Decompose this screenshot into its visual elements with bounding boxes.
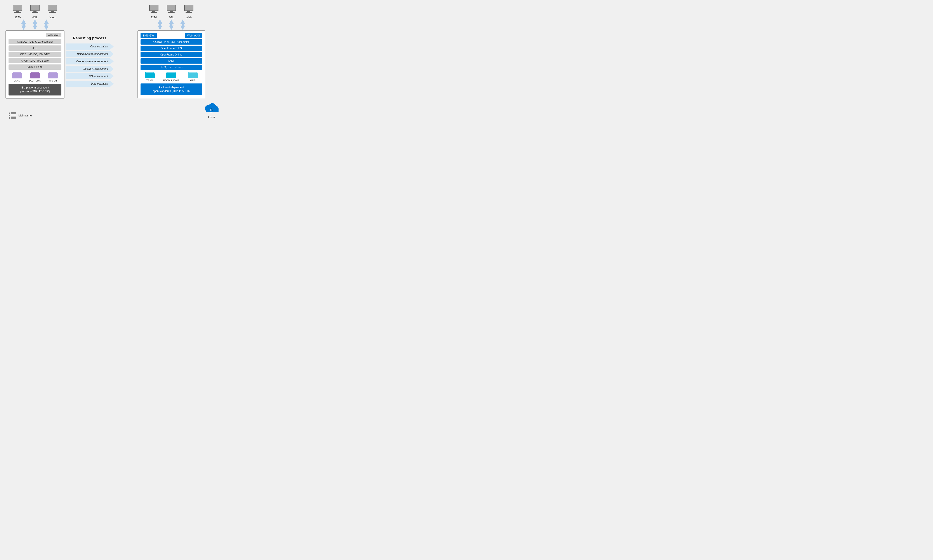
server-dot (9, 117, 10, 118)
step-label-batch: Batch system replacement (66, 51, 110, 57)
arrow-up-icon (32, 20, 37, 24)
monitor-icon-4gl (29, 5, 40, 15)
step-arrow-batch (110, 51, 114, 57)
right-row-unix: UNIX, Linux, zLinux (140, 65, 202, 70)
left-db-vsam: VSAM (12, 72, 22, 82)
left-web-was-tag: Web, WAS (46, 33, 62, 37)
svg-rect-18 (170, 11, 173, 12)
left-protocols: IBM platform-dependent protocols (SNA, E… (9, 84, 62, 95)
disk-top (188, 72, 198, 75)
svg-rect-1 (13, 5, 22, 11)
svg-rect-2 (16, 11, 19, 12)
right-row-tjes: OpenFrame TJES (140, 46, 202, 51)
rdbms-disk-icon (166, 72, 176, 78)
left-row-jes: JES (9, 45, 62, 51)
svg-line-32 (211, 112, 215, 114)
disk-top (48, 72, 58, 75)
bms-gw-bar: BMS GW (140, 33, 157, 38)
right-arrow-2 (169, 20, 174, 30)
svg-rect-7 (32, 12, 38, 13)
right-row-online: OpenFrame Online (140, 52, 202, 57)
server-lines (11, 115, 16, 117)
middle-section: Rehosting process Code migration Batch s… (66, 5, 114, 87)
svg-rect-10 (51, 11, 54, 12)
left-arrow-2 (32, 20, 37, 30)
step-label-data: Data migration (66, 81, 110, 87)
disk-top (30, 72, 40, 75)
svg-rect-9 (48, 5, 57, 11)
step-arrow-online (110, 58, 114, 65)
step-label-online: Online system replacement (66, 58, 110, 65)
right-monitor-icon-4gl (166, 5, 177, 15)
server-lines (11, 117, 16, 119)
svg-rect-15 (151, 12, 157, 13)
left-db-imsdb: IMS-DB (48, 72, 58, 82)
step-label-security: Security replacement (66, 66, 110, 72)
terminal-web-label: Web (49, 16, 55, 19)
arrow-stem (159, 24, 161, 26)
right-db-hidb: HiDB (188, 72, 198, 82)
step-label-os: OS replacement (66, 73, 110, 79)
svg-rect-6 (34, 11, 37, 12)
step-online: Online system replacement (66, 58, 114, 65)
arrow-stem (23, 24, 25, 26)
vsam-label: VSAM (14, 79, 20, 82)
svg-rect-17 (167, 5, 176, 11)
terminal-web: Web (47, 5, 58, 19)
rdbms-label: RDBMS, IDMS (163, 79, 179, 82)
mainframe-section: Mainframe (9, 112, 32, 119)
arrow-stem (34, 24, 36, 26)
tsam-label: TSAM (146, 79, 153, 82)
right-row-cobol: COBOL, PL/1, JCL, Assembler (140, 39, 202, 45)
right-terminal-3270: 3270 (148, 5, 159, 19)
mainframe-label: Mainframe (18, 114, 32, 117)
right-terminal-web-label: Web (186, 16, 192, 19)
arrow-down-icon (158, 26, 162, 30)
step-arrow-security (110, 66, 114, 72)
step-arrow-data (110, 81, 114, 87)
arrow-down-icon (169, 26, 174, 30)
svg-rect-13 (150, 5, 158, 11)
arrow-stem (182, 24, 184, 26)
left-row-racf: RACF, ACF2, Top Secret (9, 58, 62, 63)
arrow-up-icon (158, 20, 162, 24)
right-db-tsam: TSAM (145, 72, 155, 82)
right-row-tacf: TACF (140, 58, 202, 63)
server-icon (9, 112, 16, 119)
imsdb-label: IMS-DB (49, 79, 57, 82)
right-terminal-web: Web (183, 5, 194, 19)
right-terminal-3270-label: 3270 (151, 16, 157, 19)
server-dot (9, 115, 10, 116)
step-arrow-os (110, 73, 114, 79)
server-unit-3 (9, 117, 16, 119)
disk-top (12, 72, 22, 75)
svg-rect-23 (186, 12, 192, 13)
right-terminals-row: 3270 4GL (114, 5, 229, 19)
left-arrow-1 (21, 20, 26, 30)
left-section: 3270 4GL (5, 5, 66, 98)
left-row-cobol: COBOL, PL/1, JCL, Assembler (9, 39, 62, 45)
svg-rect-14 (152, 11, 156, 12)
azure-label: Azure (208, 115, 215, 119)
svg-rect-22 (187, 11, 190, 12)
right-section: 3270 4GL (114, 5, 229, 98)
server-line (11, 116, 16, 117)
svg-rect-21 (185, 5, 193, 11)
bottom-row: Mainframe Azure (5, 102, 229, 119)
arrow-stem (45, 24, 48, 26)
tsam-disk-icon (145, 72, 155, 78)
right-arrow-1 (158, 20, 162, 30)
arrow-down-icon (44, 26, 49, 30)
imsdb-disk-icon (48, 72, 58, 78)
arrow-up-icon (180, 20, 185, 24)
svg-point-29 (211, 109, 212, 111)
azure-section: Azure (203, 102, 220, 119)
right-monitor-icon-web (183, 5, 194, 15)
step-security: Security replacement (66, 66, 114, 72)
right-monitor-icon-3270 (148, 5, 159, 15)
left-arrows-row (5, 20, 66, 30)
right-protocols: Platform-independent open standards (TCP… (140, 83, 202, 95)
server-line (11, 112, 16, 113)
db2-label: Db2, IDMS (29, 79, 41, 82)
vsam-disk-icon (12, 72, 22, 78)
